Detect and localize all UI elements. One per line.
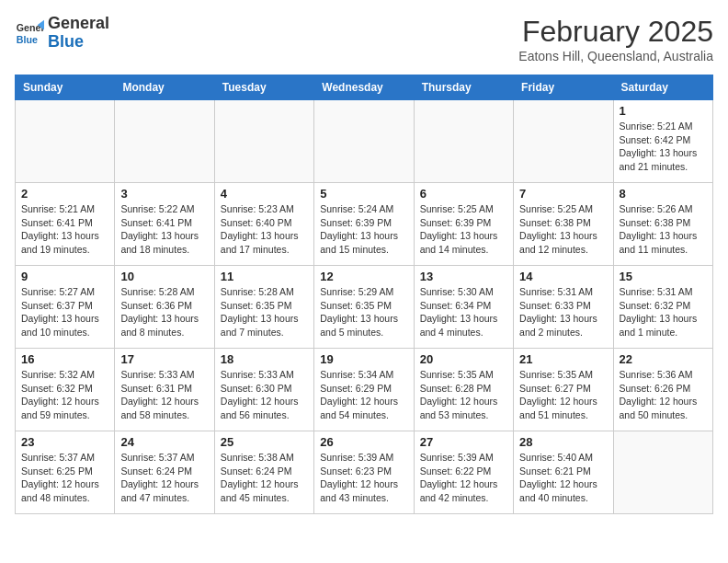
table-row: 17Sunrise: 5:33 AM Sunset: 6:31 PM Dayli… <box>115 349 214 431</box>
table-row: 7Sunrise: 5:25 AM Sunset: 6:38 PM Daylig… <box>514 183 613 266</box>
header-saturday: Saturday <box>613 75 712 100</box>
table-row: 8Sunrise: 5:26 AM Sunset: 6:38 PM Daylig… <box>613 183 712 266</box>
header-wednesday: Wednesday <box>314 75 414 100</box>
day-info: Sunrise: 5:38 AM Sunset: 6:24 PM Dayligh… <box>221 451 308 505</box>
day-info: Sunrise: 5:33 AM Sunset: 6:30 PM Dayligh… <box>221 368 308 422</box>
day-number: 19 <box>320 352 407 366</box>
day-info: Sunrise: 5:34 AM Sunset: 6:29 PM Dayligh… <box>320 368 407 422</box>
day-info: Sunrise: 5:37 AM Sunset: 6:24 PM Dayligh… <box>120 451 208 505</box>
day-info: Sunrise: 5:21 AM Sunset: 6:42 PM Dayligh… <box>620 120 707 174</box>
calendar-week-row: 1Sunrise: 5:21 AM Sunset: 6:42 PM Daylig… <box>16 100 713 183</box>
day-info: Sunrise: 5:28 AM Sunset: 6:35 PM Dayligh… <box>221 285 308 339</box>
table-row: 19Sunrise: 5:34 AM Sunset: 6:29 PM Dayli… <box>314 349 414 431</box>
table-row <box>414 100 513 183</box>
day-number: 13 <box>420 270 507 283</box>
calendar-week-row: 23Sunrise: 5:37 AM Sunset: 6:25 PM Dayli… <box>16 431 713 514</box>
day-number: 5 <box>320 187 407 201</box>
day-info: Sunrise: 5:31 AM Sunset: 6:33 PM Dayligh… <box>519 285 607 339</box>
day-info: Sunrise: 5:39 AM Sunset: 6:22 PM Dayligh… <box>420 451 507 505</box>
day-number: 18 <box>221 352 308 366</box>
day-number: 27 <box>420 435 507 449</box>
table-row: 5Sunrise: 5:24 AM Sunset: 6:39 PM Daylig… <box>314 183 414 266</box>
header-thursday: Thursday <box>414 75 513 100</box>
calendar-week-row: 16Sunrise: 5:32 AM Sunset: 6:32 PM Dayli… <box>16 349 713 431</box>
table-row: 15Sunrise: 5:31 AM Sunset: 6:32 PM Dayli… <box>613 266 712 349</box>
day-info: Sunrise: 5:29 AM Sunset: 6:35 PM Dayligh… <box>320 285 407 339</box>
month-title: February 2025 <box>518 15 713 49</box>
table-row <box>214 100 313 183</box>
day-info: Sunrise: 5:35 AM Sunset: 6:28 PM Dayligh… <box>420 368 507 422</box>
day-number: 4 <box>221 187 308 201</box>
day-number: 6 <box>420 187 507 201</box>
table-row <box>613 431 712 514</box>
day-number: 11 <box>221 270 308 283</box>
day-info: Sunrise: 5:22 AM Sunset: 6:41 PM Dayligh… <box>120 202 208 257</box>
table-row: 6Sunrise: 5:25 AM Sunset: 6:39 PM Daylig… <box>414 183 513 266</box>
table-row: 26Sunrise: 5:39 AM Sunset: 6:23 PM Dayli… <box>314 431 414 514</box>
table-row <box>16 100 115 183</box>
svg-text:Blue: Blue <box>17 33 38 44</box>
day-number: 16 <box>21 352 108 366</box>
day-info: Sunrise: 5:35 AM Sunset: 6:27 PM Dayligh… <box>519 368 607 422</box>
day-number: 26 <box>320 435 407 449</box>
location-subtitle: Eatons Hill, Queensland, Australia <box>518 49 713 63</box>
table-row: 10Sunrise: 5:28 AM Sunset: 6:36 PM Dayli… <box>115 266 214 349</box>
day-number: 10 <box>120 270 208 283</box>
table-row: 22Sunrise: 5:36 AM Sunset: 6:26 PM Dayli… <box>613 349 712 431</box>
day-number: 17 <box>120 352 208 366</box>
day-number: 24 <box>120 435 208 449</box>
day-number: 28 <box>519 435 607 449</box>
table-row: 13Sunrise: 5:30 AM Sunset: 6:34 PM Dayli… <box>414 266 513 349</box>
table-row: 24Sunrise: 5:37 AM Sunset: 6:24 PM Dayli… <box>115 431 214 514</box>
day-number: 3 <box>120 187 208 201</box>
table-row: 9Sunrise: 5:27 AM Sunset: 6:37 PM Daylig… <box>16 266 115 349</box>
table-row: 25Sunrise: 5:38 AM Sunset: 6:24 PM Dayli… <box>214 431 313 514</box>
day-info: Sunrise: 5:26 AM Sunset: 6:38 PM Dayligh… <box>620 202 707 257</box>
table-row: 18Sunrise: 5:33 AM Sunset: 6:30 PM Dayli… <box>214 349 313 431</box>
day-number: 14 <box>519 270 607 283</box>
logo: General Blue General Blue <box>15 15 109 52</box>
day-number: 1 <box>620 104 707 118</box>
day-number: 20 <box>420 352 507 366</box>
table-row <box>314 100 414 183</box>
day-number: 12 <box>320 270 407 283</box>
day-number: 22 <box>620 352 707 366</box>
table-row: 16Sunrise: 5:32 AM Sunset: 6:32 PM Dayli… <box>16 349 115 431</box>
table-row: 23Sunrise: 5:37 AM Sunset: 6:25 PM Dayli… <box>16 431 115 514</box>
day-info: Sunrise: 5:28 AM Sunset: 6:36 PM Dayligh… <box>120 285 208 339</box>
day-info: Sunrise: 5:30 AM Sunset: 6:34 PM Dayligh… <box>420 285 507 339</box>
day-number: 7 <box>519 187 607 201</box>
table-row: 27Sunrise: 5:39 AM Sunset: 6:22 PM Dayli… <box>414 431 513 514</box>
day-info: Sunrise: 5:21 AM Sunset: 6:41 PM Dayligh… <box>21 202 108 257</box>
table-row: 1Sunrise: 5:21 AM Sunset: 6:42 PM Daylig… <box>613 100 712 183</box>
day-info: Sunrise: 5:31 AM Sunset: 6:32 PM Dayligh… <box>620 285 707 339</box>
calendar-week-row: 2Sunrise: 5:21 AM Sunset: 6:41 PM Daylig… <box>16 183 713 266</box>
day-info: Sunrise: 5:32 AM Sunset: 6:32 PM Dayligh… <box>21 368 108 422</box>
logo-icon: General Blue <box>15 18 44 48</box>
day-info: Sunrise: 5:25 AM Sunset: 6:39 PM Dayligh… <box>420 202 507 257</box>
table-row <box>514 100 613 183</box>
day-info: Sunrise: 5:25 AM Sunset: 6:38 PM Dayligh… <box>519 202 607 257</box>
table-row <box>115 100 214 183</box>
header-sunday: Sunday <box>16 75 115 100</box>
table-row: 2Sunrise: 5:21 AM Sunset: 6:41 PM Daylig… <box>16 183 115 266</box>
day-info: Sunrise: 5:39 AM Sunset: 6:23 PM Dayligh… <box>320 451 407 505</box>
logo-text: General Blue <box>48 15 109 52</box>
table-row: 12Sunrise: 5:29 AM Sunset: 6:35 PM Dayli… <box>314 266 414 349</box>
page-header: General Blue General Blue February 2025 … <box>15 15 713 63</box>
table-row: 3Sunrise: 5:22 AM Sunset: 6:41 PM Daylig… <box>115 183 214 266</box>
weekday-header-row: Sunday Monday Tuesday Wednesday Thursday… <box>16 75 713 100</box>
table-row: 14Sunrise: 5:31 AM Sunset: 6:33 PM Dayli… <box>514 266 613 349</box>
day-number: 25 <box>221 435 308 449</box>
day-info: Sunrise: 5:23 AM Sunset: 6:40 PM Dayligh… <box>221 202 308 257</box>
day-info: Sunrise: 5:37 AM Sunset: 6:25 PM Dayligh… <box>21 451 108 505</box>
table-row: 11Sunrise: 5:28 AM Sunset: 6:35 PM Dayli… <box>214 266 313 349</box>
calendar-week-row: 9Sunrise: 5:27 AM Sunset: 6:37 PM Daylig… <box>16 266 713 349</box>
header-tuesday: Tuesday <box>214 75 313 100</box>
day-number: 9 <box>21 270 108 283</box>
day-info: Sunrise: 5:33 AM Sunset: 6:31 PM Dayligh… <box>120 368 208 422</box>
day-number: 21 <box>519 352 607 366</box>
day-number: 23 <box>21 435 108 449</box>
header-monday: Monday <box>115 75 214 100</box>
calendar-table: Sunday Monday Tuesday Wednesday Thursday… <box>15 75 713 514</box>
